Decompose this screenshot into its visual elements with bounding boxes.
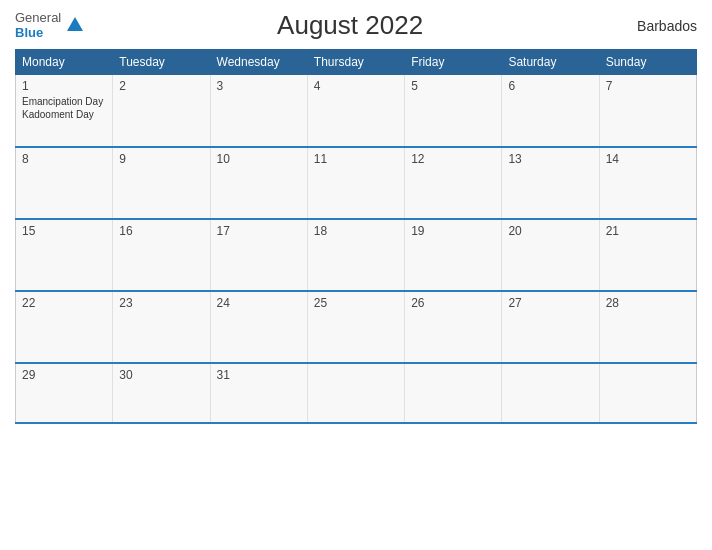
day-cell-4-0: 29: [16, 363, 113, 423]
day-cell-3-6: 28: [599, 291, 696, 363]
week-row-2: 891011121314: [16, 147, 697, 219]
day-number: 18: [314, 224, 398, 238]
day-number: 16: [119, 224, 203, 238]
day-cell-3-2: 24: [210, 291, 307, 363]
day-number: 14: [606, 152, 690, 166]
day-number: 4: [314, 79, 398, 93]
day-cell-1-1: 9: [113, 147, 210, 219]
day-cell-4-4: [405, 363, 502, 423]
weekday-header-row: Monday Tuesday Wednesday Thursday Friday…: [16, 50, 697, 75]
day-cell-3-3: 25: [307, 291, 404, 363]
week-row-4: 22232425262728: [16, 291, 697, 363]
day-number: 23: [119, 296, 203, 310]
day-cell-2-3: 18: [307, 219, 404, 291]
day-number: 21: [606, 224, 690, 238]
header-thursday: Thursday: [307, 50, 404, 75]
header-saturday: Saturday: [502, 50, 599, 75]
calendar-page: General Blue August 2022 Barbados Monday…: [0, 0, 712, 550]
week-row-5: 293031: [16, 363, 697, 423]
day-cell-0-1: 2: [113, 75, 210, 147]
day-cell-1-2: 10: [210, 147, 307, 219]
header: General Blue August 2022 Barbados: [15, 10, 697, 41]
day-cell-4-6: [599, 363, 696, 423]
day-number: 8: [22, 152, 106, 166]
day-number: 1: [22, 79, 106, 93]
day-cell-2-5: 20: [502, 219, 599, 291]
country-name: Barbados: [617, 18, 697, 34]
day-number: 12: [411, 152, 495, 166]
header-wednesday: Wednesday: [210, 50, 307, 75]
day-number: 17: [217, 224, 301, 238]
day-cell-0-6: 7: [599, 75, 696, 147]
day-number: 22: [22, 296, 106, 310]
logo: General Blue: [15, 11, 83, 40]
day-number: 10: [217, 152, 301, 166]
month-title: August 2022: [83, 10, 617, 41]
day-cell-0-2: 3: [210, 75, 307, 147]
day-number: 15: [22, 224, 106, 238]
day-number: 29: [22, 368, 106, 382]
day-number: 24: [217, 296, 301, 310]
day-number: 13: [508, 152, 592, 166]
day-number: 31: [217, 368, 301, 382]
day-cell-3-0: 22: [16, 291, 113, 363]
day-number: 7: [606, 79, 690, 93]
day-cell-1-3: 11: [307, 147, 404, 219]
holiday-label: Emancipation Day: [22, 95, 106, 108]
day-number: 19: [411, 224, 495, 238]
day-number: 9: [119, 152, 203, 166]
day-cell-3-1: 23: [113, 291, 210, 363]
holiday-label: Kadooment Day: [22, 108, 106, 121]
logo-text: General Blue: [15, 11, 61, 40]
day-number: 11: [314, 152, 398, 166]
day-number: 2: [119, 79, 203, 93]
day-number: 28: [606, 296, 690, 310]
header-monday: Monday: [16, 50, 113, 75]
header-tuesday: Tuesday: [113, 50, 210, 75]
day-cell-2-0: 15: [16, 219, 113, 291]
day-cell-3-5: 27: [502, 291, 599, 363]
day-cell-2-6: 21: [599, 219, 696, 291]
day-cell-2-2: 17: [210, 219, 307, 291]
day-cell-4-5: [502, 363, 599, 423]
day-cell-0-4: 5: [405, 75, 502, 147]
day-number: 6: [508, 79, 592, 93]
week-row-1: 1Emancipation DayKadooment Day234567: [16, 75, 697, 147]
logo-triangle-icon: [67, 17, 83, 31]
day-cell-0-5: 6: [502, 75, 599, 147]
day-cell-4-3: [307, 363, 404, 423]
day-cell-1-5: 13: [502, 147, 599, 219]
day-number: 20: [508, 224, 592, 238]
day-cell-1-0: 8: [16, 147, 113, 219]
day-cell-0-3: 4: [307, 75, 404, 147]
day-number: 3: [217, 79, 301, 93]
day-number: 25: [314, 296, 398, 310]
day-cell-1-4: 12: [405, 147, 502, 219]
week-row-3: 15161718192021: [16, 219, 697, 291]
calendar-table: Monday Tuesday Wednesday Thursday Friday…: [15, 49, 697, 424]
day-cell-3-4: 26: [405, 291, 502, 363]
day-cell-4-1: 30: [113, 363, 210, 423]
day-cell-2-4: 19: [405, 219, 502, 291]
day-cell-2-1: 16: [113, 219, 210, 291]
day-cell-1-6: 14: [599, 147, 696, 219]
day-number: 5: [411, 79, 495, 93]
day-cell-0-0: 1Emancipation DayKadooment Day: [16, 75, 113, 147]
header-friday: Friday: [405, 50, 502, 75]
day-cell-4-2: 31: [210, 363, 307, 423]
day-number: 30: [119, 368, 203, 382]
day-number: 27: [508, 296, 592, 310]
day-number: 26: [411, 296, 495, 310]
header-sunday: Sunday: [599, 50, 696, 75]
